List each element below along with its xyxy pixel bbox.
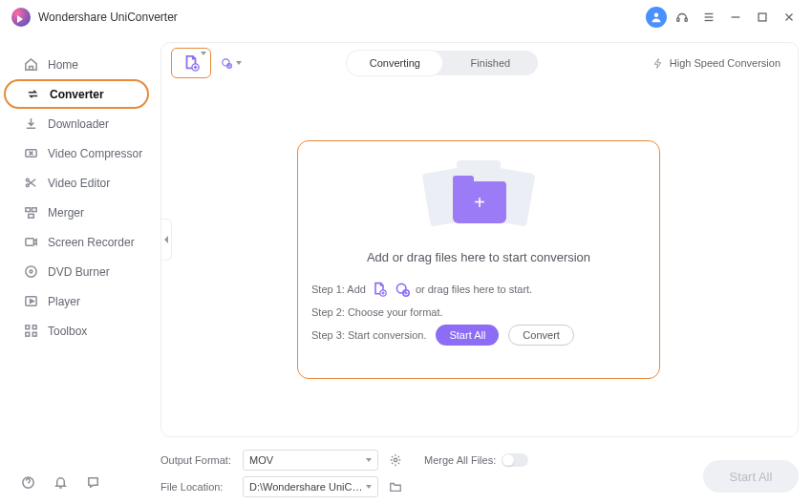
sidebar-item-compressor[interactable]: Video Compressor xyxy=(4,138,149,168)
sidebar-item-downloader[interactable]: Downloader xyxy=(4,109,149,138)
step-1-row: Step 1: Add xyxy=(311,278,646,301)
sidebar-item-label: Merger xyxy=(48,206,84,220)
converter-icon xyxy=(25,87,40,102)
steps-area: Step 1: Add xyxy=(298,264,659,346)
svg-point-26 xyxy=(223,59,229,66)
file-location-label: File Location: xyxy=(160,481,243,493)
output-format-label: Output Format: xyxy=(160,454,243,466)
svg-rect-1 xyxy=(677,18,679,22)
lightning-icon xyxy=(652,57,664,70)
svg-rect-20 xyxy=(25,326,29,329)
support-icon[interactable] xyxy=(671,6,694,29)
sidebar-item-converter[interactable]: Converter xyxy=(4,79,149,109)
output-format-select[interactable]: MOV xyxy=(243,450,378,471)
recorder-icon xyxy=(23,235,38,250)
high-speed-button[interactable]: High Speed Conversion xyxy=(644,53,788,74)
user-avatar-button[interactable] xyxy=(646,7,667,28)
svg-point-31 xyxy=(394,458,397,462)
sidebar-item-label: Video Editor xyxy=(48,177,110,190)
svg-point-29 xyxy=(396,284,406,293)
status-segment-control: Converting Finished xyxy=(347,51,538,75)
home-icon xyxy=(23,57,38,73)
svg-point-0 xyxy=(654,13,659,18)
collapse-sidebar-handle[interactable] xyxy=(160,219,172,261)
folder-graphic: + xyxy=(426,160,531,235)
merger-icon xyxy=(23,205,38,220)
sidebar-item-dvd[interactable]: DVD Burner xyxy=(4,257,149,286)
download-icon xyxy=(23,116,38,132)
add-file-icon xyxy=(372,282,387,297)
tab-finished[interactable]: Finished xyxy=(442,51,538,75)
disc-icon xyxy=(23,264,38,280)
start-all-button[interactable]: Start All xyxy=(703,460,799,493)
titlebar: Wondershare UniConverter xyxy=(0,0,812,34)
svg-rect-13 xyxy=(25,208,30,212)
help-icon[interactable] xyxy=(19,473,36,491)
window-minimize-button[interactable] xyxy=(724,6,747,29)
sidebar-item-toolbox[interactable]: Toolbox xyxy=(4,316,149,346)
sidebar-item-merger[interactable]: Merger xyxy=(4,198,149,227)
sidebar-item-home[interactable]: Home xyxy=(4,50,149,79)
svg-rect-22 xyxy=(25,332,29,336)
grid-icon xyxy=(23,324,38,339)
main-area: Converting Finished High Speed Conversio… xyxy=(153,34,812,504)
bell-icon[interactable] xyxy=(52,473,69,491)
svg-rect-7 xyxy=(759,13,766,21)
add-online-icon xyxy=(221,54,232,72)
chevron-down-icon xyxy=(366,458,372,462)
file-location-select[interactable]: D:\Wondershare UniConverter xyxy=(243,476,378,497)
chevron-down-icon xyxy=(201,52,206,55)
convert-pill[interactable]: Convert xyxy=(508,325,574,346)
tab-converting[interactable]: Converting xyxy=(347,51,442,75)
add-file-icon xyxy=(182,54,200,72)
compressor-icon xyxy=(23,146,38,161)
sidebar-item-player[interactable]: Player xyxy=(4,286,149,316)
sidebar-item-editor[interactable]: Video Editor xyxy=(4,168,149,198)
svg-rect-15 xyxy=(28,214,33,218)
sidebar-item-label: Screen Recorder xyxy=(48,236,135,249)
drop-zone-text: Add or drag files here to start conversi… xyxy=(367,250,590,264)
chevron-down-icon xyxy=(366,485,372,489)
svg-rect-21 xyxy=(32,326,36,329)
add-online-icon xyxy=(395,282,410,297)
step-2-row: Step 2: Choose your format. xyxy=(311,301,646,324)
app-title: Wondershare UniConverter xyxy=(38,10,178,24)
svg-point-17 xyxy=(25,266,35,277)
feedback-icon[interactable] xyxy=(84,473,101,491)
sidebar-item-label: DVD Burner xyxy=(48,265,110,279)
sidebar-item-label: Player xyxy=(48,295,80,308)
svg-rect-23 xyxy=(32,332,36,336)
sidebar-item-label: Video Compressor xyxy=(48,147,142,160)
step-3-row: Step 3: Start conversion. Start All Conv… xyxy=(311,324,646,346)
window-close-button[interactable] xyxy=(778,6,801,29)
svg-rect-2 xyxy=(685,18,687,22)
topbar: Converting Finished High Speed Conversio… xyxy=(161,43,798,83)
svg-rect-14 xyxy=(32,208,36,212)
add-online-button[interactable] xyxy=(221,52,242,74)
settings-gear-icon[interactable] xyxy=(386,451,405,470)
sidebar-item-label: Home xyxy=(48,58,78,72)
play-icon xyxy=(23,294,38,309)
merge-label: Merge All Files: xyxy=(424,454,496,466)
chevron-left-icon xyxy=(163,235,169,244)
sidebar-item-label: Converter xyxy=(50,88,104,101)
add-file-button[interactable] xyxy=(171,48,211,78)
sidebar: Home Converter Downloader Video Compress… xyxy=(0,34,153,504)
merge-toggle[interactable] xyxy=(502,453,528,467)
window-maximize-button[interactable] xyxy=(751,6,774,29)
bottom-bar: Output Format: MOV Merge All Files: File… xyxy=(160,447,799,500)
svg-rect-16 xyxy=(25,239,32,246)
open-folder-icon[interactable] xyxy=(386,477,405,496)
sidebar-item-recorder[interactable]: Screen Recorder xyxy=(4,227,149,257)
chevron-down-icon xyxy=(236,61,242,65)
start-all-pill[interactable]: Start All xyxy=(436,325,499,346)
plus-icon: + xyxy=(474,192,485,214)
scissors-icon xyxy=(23,176,38,191)
drop-zone[interactable]: + Add or drag files here to start conver… xyxy=(297,140,660,379)
sidebar-item-label: Downloader xyxy=(48,117,109,131)
svg-point-18 xyxy=(30,270,32,273)
app-logo-icon xyxy=(11,8,31,27)
hamburger-menu-icon[interactable] xyxy=(697,6,720,29)
sidebar-item-label: Toolbox xyxy=(48,325,87,338)
panel: Converting Finished High Speed Conversio… xyxy=(160,42,799,437)
